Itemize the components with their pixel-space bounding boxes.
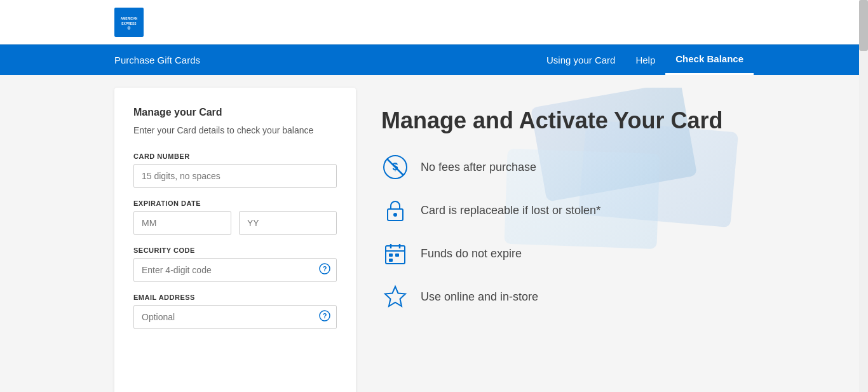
feature-list: $ No fees after purchase Card is re <box>381 153 728 311</box>
card-number-group: CARD NUMBER <box>133 152 337 188</box>
svg-text:?: ? <box>323 265 327 273</box>
no-expire-text: Funds do not expire <box>421 247 522 260</box>
star-icon <box>381 283 409 311</box>
expiration-date-group: EXPIRATION DATE <box>133 199 337 235</box>
no-fees-icon: $ <box>381 153 409 181</box>
email-address-input[interactable] <box>133 305 337 329</box>
svg-text:EXPRESS: EXPRESS <box>121 22 137 25</box>
list-item: Use online and in-store <box>381 283 728 311</box>
svg-text:AMERICAN: AMERICAN <box>121 17 138 20</box>
header: AMERICAN EXPRESS ® <box>0 0 868 44</box>
list-item: $ No fees after purchase <box>381 153 728 181</box>
scrollbar-track[interactable] <box>859 0 868 392</box>
right-content: Manage and Activate Your Card $ No fees … <box>356 88 754 330</box>
nav-using-your-card[interactable]: Using your Card <box>546 44 625 75</box>
amex-logo[interactable]: AMERICAN EXPRESS ® <box>114 8 144 37</box>
list-item: Card is replaceable if lost or stolen* <box>381 196 728 224</box>
svg-marker-20 <box>385 287 405 306</box>
online-store-text: Use online and in-store <box>421 290 538 304</box>
security-code-label: SECURITY CODE <box>133 247 337 254</box>
svg-text:$: $ <box>393 161 398 172</box>
nav-left: Purchase Gift Cards <box>114 44 546 75</box>
scrollbar-thumb[interactable] <box>859 0 868 51</box>
right-panel-title: Manage and Activate Your Card <box>381 107 728 134</box>
form-panel: Manage your Card Enter your Card details… <box>114 88 356 392</box>
date-row <box>133 211 337 235</box>
nav-help[interactable]: Help <box>625 44 665 75</box>
form-title: Manage your Card <box>133 107 337 118</box>
security-code-wrapper: ? <box>133 258 337 282</box>
expiration-month-input[interactable] <box>133 211 231 235</box>
svg-rect-18 <box>395 253 399 257</box>
svg-point-12 <box>393 213 397 217</box>
security-code-help-icon[interactable]: ? <box>319 263 330 277</box>
card-number-label: CARD NUMBER <box>133 152 337 160</box>
email-address-label: EMAIL ADDRESS <box>133 294 337 301</box>
svg-rect-19 <box>389 259 393 262</box>
main-content: Manage your Card Enter your Card details… <box>0 75 868 392</box>
email-help-icon[interactable]: ? <box>319 310 330 324</box>
svg-text:®: ® <box>128 26 131 30</box>
email-address-group: EMAIL ADDRESS ? <box>133 294 337 329</box>
no-fees-text: No fees after purchase <box>421 161 536 174</box>
svg-rect-17 <box>389 253 393 257</box>
email-address-wrapper: ? <box>133 305 337 329</box>
navigation: Purchase Gift Cards Using your Card Help… <box>0 44 868 75</box>
nav-right: Using your Card Help Check Balance <box>546 44 754 75</box>
expiration-date-label: EXPIRATION DATE <box>133 199 337 207</box>
right-panel: Manage and Activate Your Card $ No fees … <box>356 88 754 392</box>
nav-purchase-gift-cards[interactable]: Purchase Gift Cards <box>114 44 210 75</box>
expiration-year-input[interactable] <box>239 211 337 235</box>
security-code-input[interactable] <box>133 258 337 282</box>
nav-check-balance[interactable]: Check Balance <box>665 44 754 75</box>
svg-text:?: ? <box>323 312 327 320</box>
calendar-icon <box>381 240 409 267</box>
security-code-group: SECURITY CODE ? <box>133 247 337 282</box>
lock-icon <box>381 196 409 224</box>
list-item: Funds do not expire <box>381 240 728 267</box>
form-subtitle: Enter your Card details to check your ba… <box>133 125 337 137</box>
replaceable-text: Card is replaceable if lost or stolen* <box>421 204 600 217</box>
card-number-input[interactable] <box>133 164 337 188</box>
